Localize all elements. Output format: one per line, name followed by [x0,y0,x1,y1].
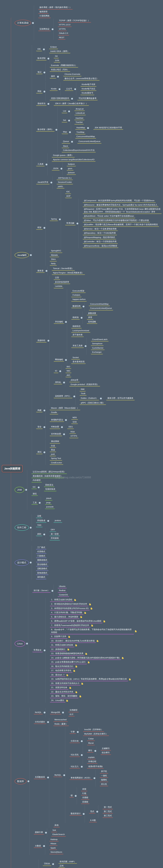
mindmap-node-label[interactable]: MD5 [71,416,78,420]
collapse-toggle-icon[interactable] [47,721,49,723]
mindmap-node-label[interactable]: 文档模型 [68,709,79,712]
mindmap-node-label[interactable]: 编译原理 [38,10,49,14]
collapse-toggle-icon[interactable] [59,218,61,220]
mindmap-node-label[interactable]: 远程调用（RPC） [54,395,72,398]
mindmap-node-label[interactable]: Hbase [49,842,57,846]
collapse-toggle-icon[interactable] [83,813,85,815]
collapse-toggle-icon[interactable] [71,98,73,100]
mindmap-node-label[interactable]: SVN [54,59,60,63]
collapse-toggle-icon[interactable] [65,359,67,361]
mindmap-node-label[interactable]: Executor框架 [71,289,85,293]
mindmap-node-label[interactable]: @AutoWired：可以在`setter`方法中被用于自动连接bean [83,215,135,218]
main-topic-label[interactable]: 计算机基础 [15,20,31,26]
mindmap-node-label[interactable]: jstl/EL [57,185,64,189]
mindmap-node-label[interactable]: 微信公众号（evernote和有道云笔记） [63,77,100,81]
mindmap-node-label[interactable]: 可以到豆瓣阅读参考 [77,97,98,100]
mindmap-node-label[interactable]: @Controller：标注一个控制器组件类 [83,240,118,244]
mindmap-node-label[interactable]: TDD [36,524,43,527]
collapse-toggle-icon[interactable] [77,731,79,733]
mindmap-node-label[interactable]: TCP/IP（推荐《TCP/IP协议族》） [58,19,91,23]
mindmap-node-label[interactable]: Chrome Evernote [63,73,81,76]
mindmap-node-label[interactable]: 工厂模式 [36,546,46,550]
collapse-toggle-icon[interactable] [75,795,77,797]
mindmap-node-label[interactable]: 服务治理，也可以作为微服务 [106,397,135,400]
collapse-toggle-icon[interactable] [81,766,83,768]
mindmap-node-label[interactable]: 悲观锁 [81,801,89,804]
mindmap-node-label[interactable]: Netty [50,262,57,266]
mindmap-node-label[interactable]: Stack [62,145,69,148]
mindmap-node-label[interactable]: 有道云笔记（写作） [50,68,70,72]
collapse-toggle-icon[interactable] [38,487,39,488]
mindmap-node-label[interactable]: Session/Cookie [57,181,73,184]
mindmap-node-label[interactable]: 泛型 [54,276,60,280]
collapse-toggle-icon[interactable] [81,317,83,319]
mindmap-node-label[interactable]: Redhat [58,589,66,593]
collapse-toggle-icon[interactable] [60,168,62,169]
collapse-toggle-icon[interactable] [27,780,29,782]
mindmap-node-label[interactable]: List [62,110,67,113]
mindmap-node-label[interactable]: @ResponseBody：返回json结果数据 [83,244,118,248]
mindmap-node-label[interactable]: 优质计算机类纸质书 [50,97,70,100]
collapse-toggle-icon[interactable] [55,129,57,131]
collapse-toggle-icon[interactable] [71,141,73,143]
mindmap-node-label[interactable]: ConcurrentLinkedQueue [89,307,113,310]
collapse-toggle-icon[interactable] [61,426,63,428]
mindmap-node-label[interactable]: Kindle服务号 [80,92,94,95]
mindmap-node-label[interactable]: 搜索引擎 [34,831,44,835]
mindmap-node-label[interactable]: 序列化 [54,381,62,384]
mindmap-node-label[interactable]: 事务隔离级别（ACID） [70,776,92,780]
mindmap-node-label[interactable]: CenterOS [58,593,69,597]
mindmap-node-label[interactable]: 工具类 [36,163,45,166]
collapse-toggle-icon[interactable] [43,533,45,535]
mindmap-node-label[interactable]: 15、ps命令查看线程在哪个CPU上运行 [50,660,87,664]
collapse-toggle-icon[interactable] [63,433,65,435]
collapse-toggle-icon[interactable] [48,103,49,105]
collapse-toggle-icon[interactable] [73,396,75,397]
mindmap-node-label[interactable]: 白盒 [50,444,56,448]
mindmap-node-label[interactable]: Kindle [50,87,58,91]
mindmap-node-label[interactable]: Kindle电子书库 [80,83,97,87]
collapse-toggle-icon[interactable] [30,527,32,529]
mindmap-node-label[interactable]: JavaEE开发 [36,181,50,184]
mindmap-node-label[interactable]: 18、退出tail - f [50,673,65,677]
mindmap-node-label[interactable]: InnoDB（支持事务） [83,728,104,732]
mindmap-node-label[interactable]: 10、后台执行，通过在shell中输入exit来退出终端 [50,639,96,643]
mindmap-node-label[interactable]: 框架 [36,226,43,230]
mindmap-node-label[interactable]: 服务器 [36,269,45,273]
mindmap-node-label[interactable]: Queue [62,140,70,144]
mindmap-node-label[interactable]: 并发编程 [54,320,64,324]
mindmap-node-label[interactable]: 认识Java虚拟机（默认Hotspot实现） [31,470,67,474]
mindmap-node-label[interactable]: 字符串 [43,862,51,866]
mindmap-node-label[interactable]: 基础语法 [36,102,47,106]
collapse-toggle-icon[interactable] [30,562,32,563]
mindmap-node-label[interactable]: 9、比较两个文件 [50,635,67,639]
mindmap-node-label[interactable]: 14、ps命令-L参数显示进程，并尽量显示其LWP(线程ID)和NLWP(线程的… [50,656,121,660]
mindmap-node-label[interactable]: 发行版（Server） [32,589,51,593]
mindmap-node-label[interactable]: DRY [50,528,56,532]
main-topic-label[interactable]: JVM [15,487,24,493]
collapse-toggle-icon[interactable] [51,590,53,592]
mindmap-node-label[interactable]: @RequestMapping：指定请求路径 [83,236,116,240]
collapse-toggle-icon[interactable] [52,863,54,865]
collapse-toggle-icon[interactable] [68,111,70,112]
collapse-toggle-icon[interactable] [26,643,28,645]
mindmap-node-label[interactable]: Collections的synchronizedXXX方法 [62,149,96,152]
mindmap-node-label[interactable]: 存储过程 [87,760,98,764]
mindmap-node-label[interactable]: 4、计算文件的行数、字数或字符数 [50,611,83,615]
mindmap-node-label[interactable]: Spring [50,218,58,221]
collapse-toggle-icon[interactable] [32,22,34,24]
mindmap-node-label[interactable]: 构建 [36,409,43,412]
mindmap-node-label[interactable]: MySQL [53,774,62,777]
collapse-toggle-icon[interactable] [85,345,86,347]
mindmap-node-label[interactable]: 高级特性 [36,339,47,343]
collapse-toggle-icon[interactable] [39,502,40,504]
collapse-toggle-icon[interactable] [44,227,45,229]
collapse-toggle-icon[interactable] [47,776,49,778]
mindmap-node-label[interactable]: AOP [65,195,72,198]
mindmap-node-label[interactable]: 线程状态 [71,325,82,329]
mindmap-node-label[interactable]: IOC [65,190,71,194]
mindmap-node-label[interactable]: IDE [36,48,42,51]
collapse-toggle-icon[interactable] [81,754,83,756]
mindmap-node-label[interactable]: Exchanger [91,351,103,354]
mindmap-node-label[interactable]: 21、设置定时任务 [50,686,69,690]
